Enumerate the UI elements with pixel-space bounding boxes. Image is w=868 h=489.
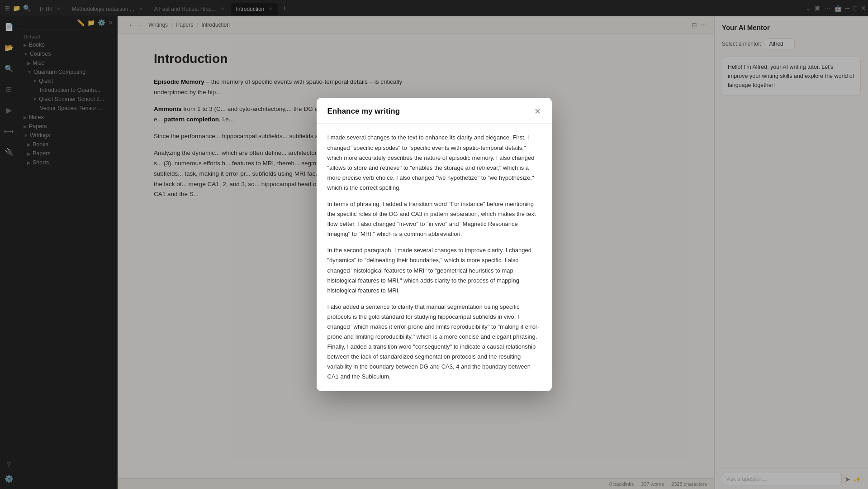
modal-body: I made several changes to the text to en… — [317, 124, 552, 391]
modal-paragraph-1: I made several changes to the text to en… — [327, 133, 541, 193]
modal-overlay[interactable]: Enhance my writing ✕ I made several chan… — [0, 0, 868, 489]
modal-paragraph-2: In terms of phrasing, I added a transiti… — [327, 199, 541, 239]
modal-header: Enhance my writing ✕ — [317, 98, 552, 124]
enhance-writing-modal: Enhance my writing ✕ I made several chan… — [317, 98, 552, 391]
modal-paragraph-3: In the second paragraph, I made several … — [327, 245, 541, 295]
modal-close-button[interactable]: ✕ — [534, 107, 541, 115]
modal-paragraph-4: I also added a sentence to clarify that … — [327, 302, 541, 382]
modal-title: Enhance my writing — [327, 107, 400, 116]
